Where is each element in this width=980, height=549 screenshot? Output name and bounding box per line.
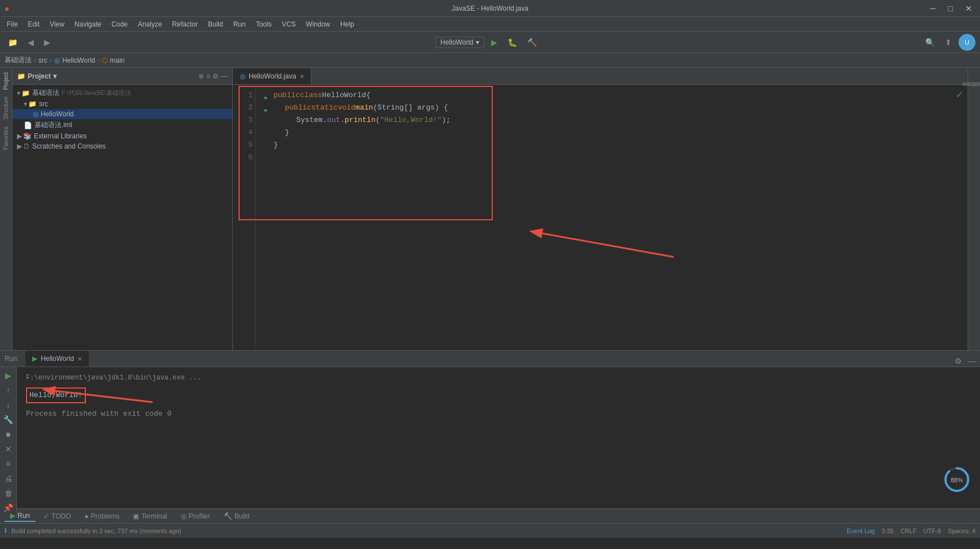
tree-scratches[interactable]: ▶ 🗒 Scratches and Consoles [12,141,232,151]
menu-window[interactable]: Window [301,19,335,29]
project-tab[interactable]: Project [2,70,10,92]
run-gutter-icon-2[interactable]: ▶ [264,104,271,111]
scope-icon[interactable]: ⊕ [198,72,204,80]
search-button[interactable]: 🔍 [922,37,938,48]
status-left: ℹ Build completed successfully in 3 sec,… [5,527,181,534]
navigate-back-button[interactable]: ◀ [24,37,37,48]
title-bar-controls: ─ □ ✕ [927,3,975,14]
line-col-indicator[interactable]: 3:35 [882,528,894,534]
run-tab-helloworld[interactable]: ▶ HelloWorld ✕ [25,351,88,367]
close-tab-icon[interactable]: ✕ [300,73,304,80]
run-toolbar: ▶ ↑ ↓ 🔧 ■ ✕ ≡ 🖨 🗑 📌 [0,367,17,516]
scroll-up-button[interactable]: ↑ [2,384,15,396]
tree-src-label: src [39,100,48,108]
breadcrumb-method-label: main [110,56,124,64]
run-tab-label: HelloWorld [41,355,73,363]
menu-code[interactable]: Code [107,19,132,29]
breadcrumb-src-label: src [38,56,47,64]
scratch-arrow-icon: ▶ [17,142,22,150]
breadcrumb-bar: 基础语法 › src › ◎ HelloWorld › ⬡ main [0,53,980,68]
event-log-label[interactable]: Event Log [847,528,875,534]
tree-ext-libs-label: External Libraries [34,132,86,140]
run-settings-button[interactable]: ⚙ [951,355,965,367]
line-ending-indicator[interactable]: CRLF [900,528,917,534]
user-avatar[interactable]: U [959,34,975,51]
debug-button[interactable]: 🐛 [504,37,521,48]
breadcrumb-root[interactable]: 基础语法 [5,55,32,65]
project-dropdown-arrow[interactable]: ▾ [53,72,57,80]
filter-button[interactable]: ≡ [2,457,15,470]
tree-root[interactable]: ▾ 📁 基础语法 F:\代码\JavaSE\基础语法 [12,87,232,99]
stop-button[interactable]: ■ [2,428,15,441]
menu-help[interactable]: Help [336,19,359,29]
run-gutter-icon-1[interactable]: ▶ [264,92,271,99]
tree-ext-libs[interactable]: ▶ 📚 External Libraries [12,131,232,141]
collapse-icon[interactable]: ≡ [206,72,210,80]
update-button[interactable]: ⬆ [942,37,955,48]
run-button[interactable]: ▶ [488,37,501,48]
editor-tabs: ◎ HelloWorld.java ✕ [233,68,968,85]
minimize-button[interactable]: ─ [927,3,939,14]
project-title: 📁 Project ▾ [17,72,57,80]
breadcrumb-method[interactable]: ⬡ main [102,56,124,64]
run-minimize-button[interactable]: — [965,355,980,367]
encoding-indicator[interactable]: UTF-8 [923,528,941,534]
menu-vcs[interactable]: VCS [277,19,301,29]
close-panel-button[interactable]: ✕ [2,443,15,455]
indent-indicator[interactable]: Spaces: 4 [948,528,975,534]
structure-tab[interactable]: Structure [2,94,10,122]
menu-build[interactable]: Build [203,19,228,29]
run-config-dropdown[interactable]: HelloWorld ▾ [435,37,484,48]
tree-iml[interactable]: 📄 基础语法.iml [12,119,232,131]
breadcrumb-src[interactable]: src [38,56,47,64]
menu-file[interactable]: File [2,19,22,29]
editor-content[interactable]: ✓ 1 2 3 4 5 6 [233,85,968,350]
delete-button[interactable]: 🗑 [2,487,15,499]
tree-root-label: 基础语法 [32,88,59,98]
menu-view[interactable]: View [45,19,69,29]
menu-run[interactable]: Run [229,19,250,29]
tree-src[interactable]: ▾ 📁 src [12,99,232,109]
database-tab[interactable]: Database [960,80,980,89]
menu-refactor[interactable]: Refactor [168,19,202,29]
favorites-tab[interactable]: Favorites [2,124,10,152]
code-line-3: ▶ System. out . println ( "Hello,World!"… [264,114,959,127]
code-line-6 [264,151,959,164]
rerun-button[interactable]: ▶ [2,369,15,382]
hide-icon[interactable]: — [221,72,228,80]
java-file-icon: ◎ [33,110,38,118]
navigate-forward-button[interactable]: ▶ [41,37,54,48]
breadcrumb-class[interactable]: ◎ HelloWorld [54,56,95,64]
run-tab-close-icon[interactable]: ✕ [77,356,82,362]
code-area[interactable]: ▶ public class HelloWorld { ▶ public sta… [255,85,968,350]
build-button[interactable]: 🔨 [524,37,540,48]
console-annotation-arrow [40,385,164,408]
menu-tools[interactable]: Tools [251,19,276,29]
breadcrumb-root-label: 基础语法 [5,55,32,65]
scroll-down-button[interactable]: ↓ [2,399,15,411]
left-sidebar-tabs: Project Structure Favorites [0,68,12,350]
project-icon-button[interactable]: 📁 [5,37,21,48]
print-button[interactable]: 🖨 [2,472,15,485]
breadcrumb-sep-1: › [34,56,36,64]
close-button[interactable]: ✕ [962,3,975,14]
editor-tab-helloworld[interactable]: ◎ HelloWorld.java ✕ [233,68,311,84]
title-bar-title: JavaSE - HelloWorld.java [452,5,528,12]
app-logo-icon: ● [5,4,9,13]
chevron-down-icon: ▾ [476,38,479,46]
tree-helloworld[interactable]: ◎ HelloWorld [12,109,232,119]
src-collapse-icon: ▾ [24,100,27,108]
svg-line-3 [45,390,153,402]
menu-edit[interactable]: Edit [23,19,44,29]
menu-bar: File Edit View Navigate Code Analyze Ref… [0,17,980,32]
project-panel-header: 📁 Project ▾ ⊕ ≡ ⚙ — [12,68,232,85]
maximize-button[interactable]: □ [945,3,956,14]
wrench-button[interactable]: 🔧 [2,413,15,426]
scratch-icon: 🗒 [23,142,30,150]
svg-text:88%: 88% [951,477,963,483]
title-bar: ● JavaSE - HelloWorld.java ─ □ ✕ [0,0,980,17]
menu-analyze[interactable]: Analyze [133,19,167,29]
settings-icon[interactable]: ⚙ [213,72,219,80]
iml-file-icon: 📄 [24,121,32,129]
menu-navigate[interactable]: Navigate [70,19,106,29]
